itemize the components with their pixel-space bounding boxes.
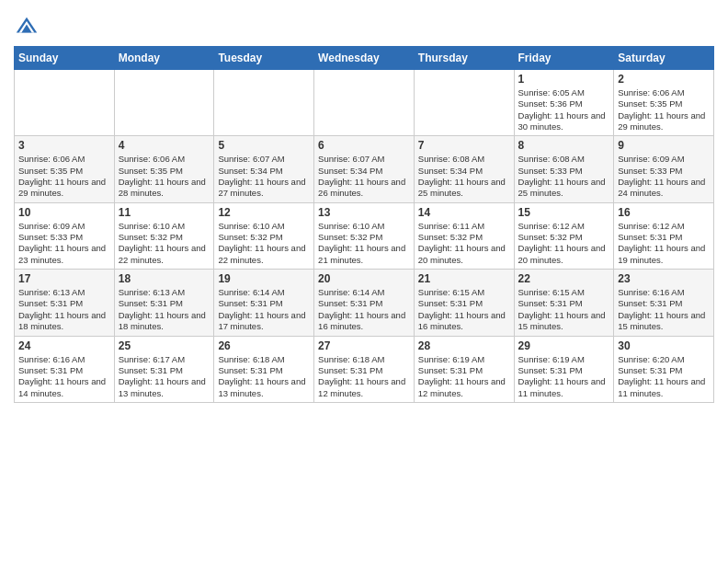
day-number: 30 (618, 339, 710, 352)
day-info: Sunrise: 6:17 AM Sunset: 5:31 PM Dayligh… (119, 354, 210, 399)
weekday-header-monday: Monday (114, 47, 214, 70)
calendar-cell: 23Sunrise: 6:16 AM Sunset: 5:31 PM Dayli… (614, 270, 714, 336)
calendar-week-1: 1Sunrise: 6:05 AM Sunset: 5:36 PM Daylig… (15, 70, 714, 136)
weekday-header-sunday: Sunday (15, 47, 115, 70)
day-info: Sunrise: 6:20 AM Sunset: 5:31 PM Dayligh… (618, 354, 710, 399)
day-number: 14 (418, 206, 510, 219)
day-number: 6 (318, 139, 410, 152)
calendar-cell: 26Sunrise: 6:18 AM Sunset: 5:31 PM Dayli… (214, 336, 314, 402)
day-info: Sunrise: 6:18 AM Sunset: 5:31 PM Dayligh… (318, 354, 410, 399)
day-info: Sunrise: 6:10 AM Sunset: 5:32 PM Dayligh… (318, 221, 410, 266)
day-info: Sunrise: 6:13 AM Sunset: 5:31 PM Dayligh… (18, 287, 110, 332)
calendar-cell: 30Sunrise: 6:20 AM Sunset: 5:31 PM Dayli… (614, 336, 714, 402)
calendar-cell: 19Sunrise: 6:14 AM Sunset: 5:31 PM Dayli… (214, 270, 314, 336)
calendar-cell: 8Sunrise: 6:08 AM Sunset: 5:33 PM Daylig… (514, 136, 614, 202)
calendar-cell: 16Sunrise: 6:12 AM Sunset: 5:31 PM Dayli… (614, 202, 714, 269)
day-number: 9 (618, 139, 710, 152)
day-info: Sunrise: 6:09 AM Sunset: 5:33 PM Dayligh… (18, 221, 110, 266)
day-info: Sunrise: 6:10 AM Sunset: 5:32 PM Dayligh… (218, 221, 310, 266)
day-info: Sunrise: 6:14 AM Sunset: 5:31 PM Dayligh… (218, 287, 310, 332)
day-info: Sunrise: 6:11 AM Sunset: 5:32 PM Dayligh… (418, 221, 510, 266)
calendar-cell: 29Sunrise: 6:19 AM Sunset: 5:31 PM Dayli… (514, 336, 614, 402)
weekday-header-saturday: Saturday (614, 47, 714, 70)
day-number: 16 (618, 206, 710, 219)
day-info: Sunrise: 6:19 AM Sunset: 5:31 PM Dayligh… (518, 354, 610, 399)
day-info: Sunrise: 6:14 AM Sunset: 5:31 PM Dayligh… (318, 287, 410, 332)
day-number: 13 (318, 206, 410, 219)
weekday-header-friday: Friday (514, 47, 614, 70)
day-number: 22 (518, 272, 610, 285)
calendar-cell: 11Sunrise: 6:10 AM Sunset: 5:32 PM Dayli… (114, 202, 214, 269)
calendar-cell: 28Sunrise: 6:19 AM Sunset: 5:31 PM Dayli… (414, 336, 514, 402)
calendar-cell: 25Sunrise: 6:17 AM Sunset: 5:31 PM Dayli… (114, 336, 214, 402)
weekday-header-tuesday: Tuesday (214, 47, 314, 70)
calendar-cell (214, 70, 314, 136)
day-number: 27 (318, 339, 410, 352)
day-info: Sunrise: 6:07 AM Sunset: 5:34 PM Dayligh… (218, 154, 310, 199)
calendar-cell: 3Sunrise: 6:06 AM Sunset: 5:35 PM Daylig… (15, 136, 115, 202)
calendar-cell: 10Sunrise: 6:09 AM Sunset: 5:33 PM Dayli… (15, 202, 115, 269)
calendar-cell: 18Sunrise: 6:13 AM Sunset: 5:31 PM Dayli… (114, 270, 214, 336)
weekday-header-thursday: Thursday (414, 47, 514, 70)
logo (14, 15, 43, 40)
calendar-cell: 12Sunrise: 6:10 AM Sunset: 5:32 PM Dayli… (214, 202, 314, 269)
day-number: 25 (119, 339, 210, 352)
weekday-header-wednesday: Wednesday (314, 47, 415, 70)
day-info: Sunrise: 6:15 AM Sunset: 5:31 PM Dayligh… (518, 287, 610, 332)
day-info: Sunrise: 6:16 AM Sunset: 5:31 PM Dayligh… (18, 354, 110, 399)
day-info: Sunrise: 6:15 AM Sunset: 5:31 PM Dayligh… (418, 287, 510, 332)
day-info: Sunrise: 6:10 AM Sunset: 5:32 PM Dayligh… (119, 221, 210, 266)
day-number: 15 (518, 206, 610, 219)
day-number: 20 (318, 272, 410, 285)
day-number: 8 (518, 139, 610, 152)
day-number: 12 (218, 206, 310, 219)
calendar-week-3: 10Sunrise: 6:09 AM Sunset: 5:33 PM Dayli… (15, 202, 714, 269)
calendar-cell: 7Sunrise: 6:08 AM Sunset: 5:34 PM Daylig… (414, 136, 514, 202)
calendar-cell (314, 70, 415, 136)
calendar-cell: 24Sunrise: 6:16 AM Sunset: 5:31 PM Dayli… (15, 336, 115, 402)
calendar-cell: 17Sunrise: 6:13 AM Sunset: 5:31 PM Dayli… (15, 270, 115, 336)
calendar-week-2: 3Sunrise: 6:06 AM Sunset: 5:35 PM Daylig… (15, 136, 714, 202)
calendar-cell: 27Sunrise: 6:18 AM Sunset: 5:31 PM Dayli… (314, 336, 415, 402)
day-info: Sunrise: 6:05 AM Sunset: 5:36 PM Dayligh… (518, 87, 610, 132)
day-number: 23 (618, 272, 710, 285)
day-number: 2 (618, 73, 710, 86)
day-info: Sunrise: 6:08 AM Sunset: 5:34 PM Dayligh… (418, 154, 510, 199)
day-number: 17 (18, 272, 110, 285)
calendar-cell: 14Sunrise: 6:11 AM Sunset: 5:32 PM Dayli… (414, 202, 514, 269)
day-info: Sunrise: 6:13 AM Sunset: 5:31 PM Dayligh… (119, 287, 210, 332)
calendar-body: 1Sunrise: 6:05 AM Sunset: 5:36 PM Daylig… (15, 70, 714, 403)
day-info: Sunrise: 6:18 AM Sunset: 5:31 PM Dayligh… (218, 354, 310, 399)
calendar-cell: 6Sunrise: 6:07 AM Sunset: 5:34 PM Daylig… (314, 136, 415, 202)
calendar-header: SundayMondayTuesdayWednesdayThursdayFrid… (15, 47, 714, 70)
day-number: 21 (418, 272, 510, 285)
weekday-row: SundayMondayTuesdayWednesdayThursdayFrid… (15, 47, 714, 70)
day-info: Sunrise: 6:06 AM Sunset: 5:35 PM Dayligh… (18, 154, 110, 199)
calendar-cell: 4Sunrise: 6:06 AM Sunset: 5:35 PM Daylig… (114, 136, 214, 202)
calendar-cell (15, 70, 115, 136)
page-header (14, 9, 714, 40)
day-info: Sunrise: 6:12 AM Sunset: 5:31 PM Dayligh… (618, 221, 710, 266)
calendar-cell: 13Sunrise: 6:10 AM Sunset: 5:32 PM Dayli… (314, 202, 415, 269)
calendar-cell: 20Sunrise: 6:14 AM Sunset: 5:31 PM Dayli… (314, 270, 415, 336)
day-number: 1 (518, 73, 610, 86)
logo-icon (14, 15, 40, 40)
day-number: 24 (18, 339, 110, 352)
calendar-cell: 5Sunrise: 6:07 AM Sunset: 5:34 PM Daylig… (214, 136, 314, 202)
day-info: Sunrise: 6:16 AM Sunset: 5:31 PM Dayligh… (618, 287, 710, 332)
day-info: Sunrise: 6:08 AM Sunset: 5:33 PM Dayligh… (518, 154, 610, 199)
calendar-table: SundayMondayTuesdayWednesdayThursdayFrid… (14, 46, 714, 403)
calendar-cell: 22Sunrise: 6:15 AM Sunset: 5:31 PM Dayli… (514, 270, 614, 336)
day-info: Sunrise: 6:06 AM Sunset: 5:35 PM Dayligh… (119, 154, 210, 199)
day-number: 18 (119, 272, 210, 285)
day-number: 28 (418, 339, 510, 352)
day-info: Sunrise: 6:12 AM Sunset: 5:32 PM Dayligh… (518, 221, 610, 266)
calendar-week-4: 17Sunrise: 6:13 AM Sunset: 5:31 PM Dayli… (15, 270, 714, 336)
calendar-cell: 15Sunrise: 6:12 AM Sunset: 5:32 PM Dayli… (514, 202, 614, 269)
day-info: Sunrise: 6:06 AM Sunset: 5:35 PM Dayligh… (618, 87, 710, 132)
calendar-cell (114, 70, 214, 136)
day-number: 5 (218, 139, 310, 152)
day-number: 29 (518, 339, 610, 352)
day-number: 19 (218, 272, 310, 285)
day-info: Sunrise: 6:19 AM Sunset: 5:31 PM Dayligh… (418, 354, 510, 399)
